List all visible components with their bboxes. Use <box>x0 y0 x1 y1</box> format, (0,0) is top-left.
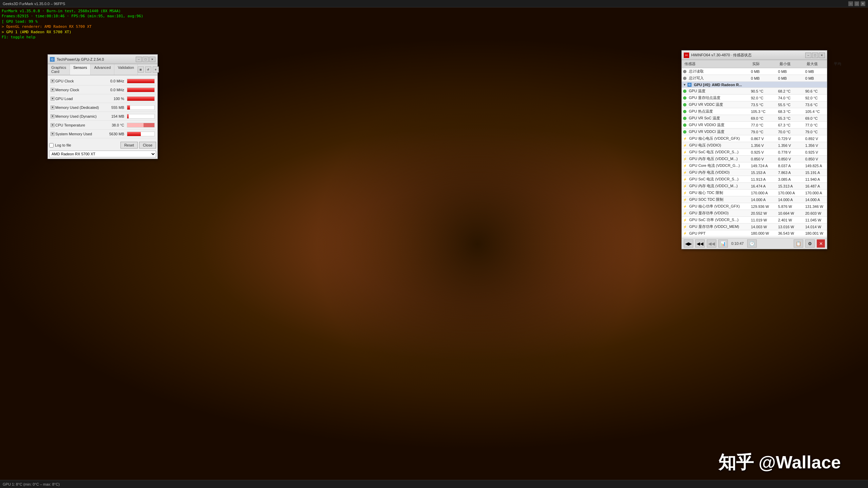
hwinfo-cell-label: ⚡GPU SoC 功率 (VDDCR_S...) <box>682 217 750 223</box>
hwinfo-cell-max: 0.925 V <box>804 150 827 155</box>
sensor-value: 100 % <box>103 97 126 101</box>
hwinfo-row: ⚡GPU 内存 电压 (VDDCI_M...)0.850 V0.850 V0.8… <box>682 156 827 162</box>
furmark-maximize-btn[interactable]: □ <box>854 1 859 6</box>
sensor-dropdown-btn[interactable]: ▼ <box>51 79 55 83</box>
hwinfo-cell-min: 36.543 W <box>777 231 804 236</box>
hwinfo-minimize-btn[interactable]: – <box>805 53 811 58</box>
hwinfo-row: ⚡GPU Core 电流 (VDDCR_G...)149.724 A8.037 … <box>682 162 827 169</box>
hwinfo-copy-btn[interactable]: 📋 <box>794 239 803 248</box>
hwinfo-graph-btn[interactable]: 📊 <box>718 239 728 248</box>
hwinfo-cell-actual: 77.0 °C <box>750 122 777 128</box>
hwinfo-restore-btn[interactable]: □ <box>812 53 818 58</box>
sensor-value: 154 MB <box>103 114 126 118</box>
hwinfo-cell-min: 0.850 V <box>777 156 804 162</box>
hwinfo-cell-label: ⚡GPU 核心 TDC 限制 <box>682 190 750 196</box>
sensor-value: 0.0 MHz <box>103 88 126 92</box>
gpuz-icon-btn1[interactable]: ⊞ <box>138 66 144 73</box>
sensor-dropdown-btn[interactable]: ▼ <box>51 123 55 127</box>
hwinfo-cell-max: 0 MB <box>804 76 827 81</box>
hwinfo-cell-actual: 73.5 °C <box>750 102 777 108</box>
hwinfo-nav-btn1[interactable]: ◀▶ <box>684 239 693 248</box>
sensor-dropdown-btn[interactable]: ▼ <box>51 132 55 136</box>
sensor-dropdown-btn[interactable]: ▼ <box>51 105 55 110</box>
hwinfo-row: 总计读取0 MB0 MB0 MB <box>682 68 827 75</box>
hwinfo-titlebar: H HWiNFO64 v7.30-4870 · 传感器状态 – □ ✕ <box>682 51 827 60</box>
hwinfo-cell-actual: 0.925 V <box>750 150 777 155</box>
gpuz-log-checkbox[interactable] <box>49 143 54 148</box>
sensor-value: 555 MB <box>103 105 126 110</box>
hwinfo-cell-max: 15.191 A <box>804 170 827 175</box>
gpuz-tab-sensors[interactable]: Sensors <box>70 64 91 75</box>
gpuz-tab-validation[interactable]: Validation <box>114 64 138 75</box>
hwinfo-col-avg: 平均 <box>832 61 860 67</box>
hwinfo-cell-label: ⚡GPU 核心电压 (VDDCR_GFX) <box>682 135 750 142</box>
gpuz-tab-advanced[interactable]: Advanced <box>91 64 114 75</box>
sensor-row: ▼Memory Used (Dynamic)154 MB <box>49 112 156 121</box>
watermark: 知乎 @Wallace <box>718 451 841 474</box>
hwinfo-settings-btn[interactable]: ⚙ <box>805 239 815 248</box>
hwinfo-row: 总计写入0 MB0 MB0 MB <box>682 75 827 82</box>
hwinfo-cell-max: 180.001 W <box>804 231 827 236</box>
sensor-dropdown-btn[interactable]: ▼ <box>51 88 55 92</box>
hwinfo-cell-label: ⚡GPU Core 电流 (VDDCR_G...) <box>682 162 750 169</box>
hwinfo-cell-max: 69.0 °C <box>804 116 827 121</box>
gpuz-gpu-dropdown[interactable]: AMD Radeon RX 5700 XT <box>49 151 156 157</box>
hwinfo-clock-btn[interactable]: 🕐 <box>747 239 757 248</box>
hwinfo-close-btn[interactable]: ✕ <box>819 53 825 58</box>
hwinfo-nav-btn2[interactable]: ◀◀ <box>695 239 705 248</box>
hwinfo-cell-max: 11.940 A <box>804 177 827 182</box>
hwinfo-cell-max: 0.850 V <box>804 156 827 162</box>
hwinfo-cell-label: ⚡GPU PPT <box>682 231 750 236</box>
hwinfo-toolbar: ◀▶ ◀◀ ◀◀ 📊 0:10:47 🕐 📋 ⚙ ✕ <box>682 238 827 249</box>
hwinfo-cell-min: 8.037 A <box>777 163 804 169</box>
hwinfo-cell-min: 55.3 °C <box>777 116 804 121</box>
gpuz-titlebar: G TechPowerUp GPU-Z 2.54.0 – □ ✕ <box>48 55 157 64</box>
hwinfo-row: GPU 温度90.5 °C68.2 °C90.6 °C88.9 °C <box>682 88 827 95</box>
hwinfo-cell-actual: 79.0 °C <box>750 129 777 135</box>
sensor-bar-container <box>127 79 155 83</box>
hwinfo-cell-min: 55.5 °C <box>777 102 804 108</box>
hwinfo-cell-min: 1.356 V <box>777 143 804 148</box>
hwinfo-cell-actual: 0 MB <box>750 76 777 81</box>
hwinfo-row: ⚡GPU 内存 电流 (VDDIO)15.153 A7.863 A15.191 … <box>682 169 827 176</box>
hwinfo-row: ⚡GPU 核心 TDC 限制170.000 A170.000 A170.000 … <box>682 190 827 196</box>
hwinfo-row: GPU VR VDDCI 温度79.0 °C70.0 °C79.0 °C77.2… <box>682 129 827 135</box>
hwinfo-cell-min: 70.0 °C <box>777 129 804 135</box>
furmark-close-btn[interactable]: ✕ <box>861 1 865 6</box>
hwinfo-cell-max: 180.000 W <box>804 237 827 238</box>
furmark-title: Geeks3D FurMark v1.35.0.0 – 96FPS <box>3 2 848 6</box>
gpuz-icon-btn2[interactable]: ↺ <box>145 66 151 73</box>
hwinfo-cell-max: 14.014 W <box>804 224 827 230</box>
gpuz-minimize-btn[interactable]: – <box>136 57 142 62</box>
hwinfo-cell-label: ⚡GPU 显存功率 (VDDCI_MEM) <box>682 223 750 230</box>
hwinfo-cell-min: 67.3 °C <box>777 122 804 128</box>
sensor-label: ▼Memory Used (Dynamic) <box>49 114 103 118</box>
hwinfo-cell-min: 0 MB <box>777 76 804 81</box>
sensor-bar-fill <box>127 114 129 118</box>
gpuz-maximize-btn[interactable]: □ <box>143 57 149 62</box>
gpuz-close-btn[interactable]: ✕ <box>149 57 155 62</box>
sensor-label: ▼System Memory Used <box>49 132 103 136</box>
hwinfo-nav-btn3[interactable]: ◀◀ <box>707 239 716 248</box>
furmark-window-controls: – □ ✕ <box>848 1 865 6</box>
hwinfo-row: ⚡GPU PPT180.000 W36.543 W180.001 W179.41… <box>682 230 827 236</box>
gpuz-close-btn2[interactable]: Close <box>139 142 156 149</box>
hwinfo-window: H HWiNFO64 v7.30-4870 · 传感器状态 – □ ✕ 传感器 … <box>681 50 827 249</box>
sensor-bar-fill <box>127 132 141 136</box>
gpuz-tab-graphics[interactable]: Graphics Card <box>48 64 70 75</box>
sensor-dropdown-btn[interactable]: ▼ <box>51 114 55 118</box>
hwinfo-cell-actual: 14.003 W <box>750 224 777 230</box>
hwinfo-row: GPU VR SoC 温度69.0 °C55.3 °C69.0 °C67.2 °… <box>682 115 827 122</box>
gpuz-reset-btn[interactable]: Reset <box>120 142 138 149</box>
hwinfo-row: ⚡GPU 内存 电流 (VDDCI_M...)16.474 A15.313 A1… <box>682 183 827 190</box>
gpuz-log-label[interactable]: Log to file <box>49 143 71 148</box>
sensor-dropdown-btn[interactable]: ▼ <box>51 97 55 101</box>
hwinfo-cell-min: 0.778 V <box>777 150 804 155</box>
sensor-bar-container <box>127 132 155 136</box>
hwinfo-close-toolbar-btn[interactable]: ✕ <box>817 239 825 248</box>
gpuz-icon: G <box>50 57 55 62</box>
hwinfo-row: ⚡GPU 核心电压 (VDDCR_GFX)0.867 V0.729 V0.892… <box>682 135 827 142</box>
furmark-minimize-btn[interactable]: – <box>848 1 853 6</box>
gpuz-icon-btn3[interactable]: ≡ <box>153 66 159 73</box>
hwinfo-cell-actual: 129.936 W <box>750 204 777 209</box>
